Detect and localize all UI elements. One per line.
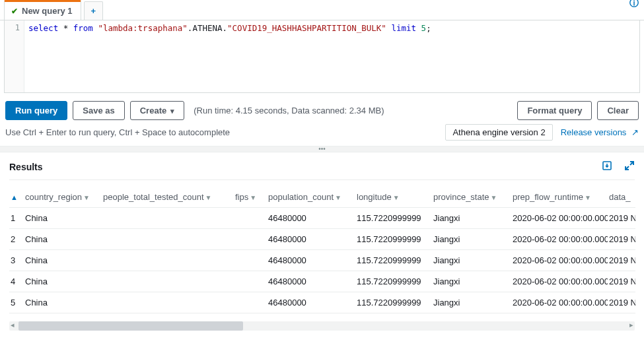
row-number: 1 — [9, 208, 24, 229]
tab-label: New query 1 — [22, 6, 73, 16]
col-prep-flow-runtime[interactable]: prep_flow_runtime▼ — [511, 187, 608, 208]
line-number: 1 — [5, 23, 20, 32]
run-info: (Run time: 4.15 seconds, Data scanned: 2… — [194, 106, 384, 115]
cell-people-tested — [102, 250, 234, 271]
cell-population: 46480000 — [267, 250, 355, 271]
format-query-button[interactable]: Format query — [517, 101, 592, 120]
cell-population: 46480000 — [267, 271, 355, 292]
cell-fips — [234, 250, 267, 271]
cell-people-tested — [102, 271, 234, 292]
table-row[interactable]: 2China46480000115.7220999999Jiangxi2020-… — [9, 229, 635, 250]
col-longitude[interactable]: longitude▼ — [355, 187, 432, 208]
cell-fips — [234, 271, 267, 292]
cell-country-region: China — [24, 292, 102, 313]
cell-prep-flow-runtime: 2020-06-02 00:00:00.000 — [511, 208, 608, 229]
col-population[interactable]: population_count▼ — [267, 187, 355, 208]
table-row[interactable]: 4China46480000115.7220999999Jiangxi2020-… — [9, 271, 635, 292]
cell-fips — [234, 208, 267, 229]
toolbar: Run query Save as Create (Run time: 4.15… — [0, 93, 644, 124]
row-number: 5 — [9, 292, 24, 313]
table-row[interactable]: 1China46480000115.7220999999Jiangxi2020-… — [9, 208, 635, 229]
table-header-row: ▲ country_region▼ people_total_tested_co… — [9, 187, 635, 208]
external-link-icon: ↗ — [631, 127, 639, 137]
cell-country-region: China — [24, 250, 102, 271]
cell-longitude: 115.7220999999 — [355, 208, 432, 229]
release-versions-link[interactable]: Release versions ↗ — [561, 127, 639, 137]
scroll-left-icon[interactable]: ◂ — [11, 321, 15, 329]
cell-people-tested — [102, 208, 234, 229]
cell-province-state: Jiangxi — [432, 250, 511, 271]
results-title: Results — [9, 162, 43, 172]
cell-data: 2019 N — [608, 271, 635, 292]
cell-prep-flow-runtime: 2020-06-02 00:00:00.000 — [511, 250, 608, 271]
editor-code: select * from "lambda:trsaphana".ATHENA.… — [28, 23, 431, 33]
table-row[interactable]: 5China46480000115.7220999999Jiangxi2020-… — [9, 292, 635, 313]
cell-people-tested — [102, 292, 234, 313]
cell-prep-flow-runtime: 2020-06-02 00:00:00.000 — [511, 271, 608, 292]
cell-fips — [234, 292, 267, 313]
cell-longitude: 115.7220999999 — [355, 292, 432, 313]
create-button[interactable]: Create — [130, 101, 184, 120]
check-icon: ✔ — [11, 7, 18, 16]
expand-icon[interactable] — [624, 160, 635, 173]
table-row[interactable]: 3China46480000115.7220999999Jiangxi2020-… — [9, 250, 635, 271]
cell-fips — [234, 229, 267, 250]
info-icon[interactable]: ⓘ — [629, 0, 639, 9]
add-tab-button[interactable]: + — [84, 1, 104, 20]
row-number: 2 — [9, 229, 24, 250]
results-table: ▲ country_region▼ people_total_tested_co… — [9, 187, 635, 313]
cell-people-tested — [102, 229, 234, 250]
run-query-button[interactable]: Run query — [5, 101, 67, 120]
shortcut-hint: Use Ctrl + Enter to run query, Ctrl + Sp… — [5, 127, 230, 137]
scrollbar-thumb[interactable] — [18, 321, 243, 331]
col-country-region[interactable]: country_region▼ — [24, 187, 102, 208]
cell-country-region: China — [24, 208, 102, 229]
cell-longitude: 115.7220999999 — [355, 250, 432, 271]
cell-country-region: China — [24, 229, 102, 250]
results-header: Results — [9, 160, 635, 180]
row-number: 4 — [9, 271, 24, 292]
cell-data: 2019 N — [608, 292, 635, 313]
cell-province-state: Jiangxi — [432, 208, 511, 229]
scroll-right-icon[interactable]: ▸ — [629, 321, 633, 329]
cell-population: 46480000 — [267, 292, 355, 313]
cell-population: 46480000 — [267, 208, 355, 229]
sql-editor[interactable]: 1 select * from "lambda:trsaphana".ATHEN… — [4, 20, 640, 93]
download-icon[interactable] — [602, 160, 612, 173]
cell-data: 2019 N — [608, 208, 635, 229]
cell-longitude: 115.7220999999 — [355, 271, 432, 292]
cell-prep-flow-runtime: 2020-06-02 00:00:00.000 — [511, 229, 608, 250]
cell-province-state: Jiangxi — [432, 292, 511, 313]
horizontal-scrollbar[interactable]: ◂ ▸ — [9, 321, 635, 331]
col-fips[interactable]: fips▼ — [234, 187, 267, 208]
hint-row: Use Ctrl + Enter to run query, Ctrl + Sp… — [0, 124, 644, 146]
tab-query-1[interactable]: ✔ New query 1 — [4, 0, 81, 20]
clear-button[interactable]: Clear — [597, 101, 639, 120]
editor-gutter: 1 — [5, 20, 24, 92]
tab-bar: ✔ New query 1 + ⓘ — [0, 0, 644, 20]
cell-province-state: Jiangxi — [432, 229, 511, 250]
engine-version-box[interactable]: Athena engine version 2 — [445, 124, 552, 141]
col-people-tested[interactable]: people_total_tested_count▼ — [102, 187, 234, 208]
row-number: 3 — [9, 250, 24, 271]
col-sort[interactable]: ▲ — [9, 187, 24, 208]
cell-data: 2019 N — [608, 229, 635, 250]
cell-data: 2019 N — [608, 250, 635, 271]
col-province-state[interactable]: province_state▼ — [432, 187, 511, 208]
cell-province-state: Jiangxi — [432, 271, 511, 292]
splitter-handle[interactable]: ••• — [0, 146, 644, 152]
cell-population: 46480000 — [267, 229, 355, 250]
cell-longitude: 115.7220999999 — [355, 229, 432, 250]
cell-prep-flow-runtime: 2020-06-02 00:00:00.000 — [511, 292, 608, 313]
cell-country-region: China — [24, 271, 102, 292]
col-data[interactable]: data_ — [608, 187, 635, 208]
save-as-button[interactable]: Save as — [73, 101, 124, 120]
